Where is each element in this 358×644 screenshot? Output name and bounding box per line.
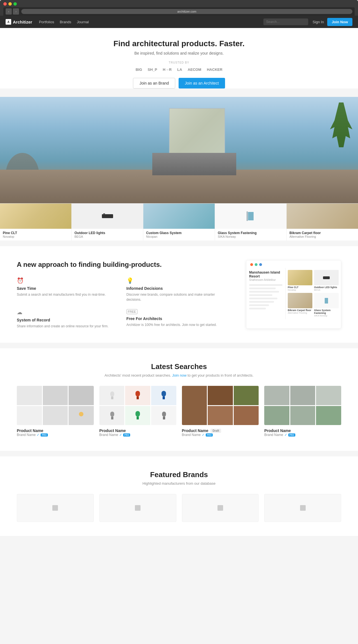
app-line xyxy=(249,294,272,296)
nav-link-journal[interactable]: Journal xyxy=(77,20,89,24)
search-card-2[interactable]: Product Name Draft Brand Name ✓ PRO xyxy=(182,386,259,437)
building-support xyxy=(152,153,236,175)
forward-button[interactable]: › xyxy=(13,8,19,15)
brand-card-0[interactable] xyxy=(17,494,94,522)
address-bar[interactable]: architizer.com xyxy=(21,9,352,14)
product-thumb-1[interactable]: Outdoor LED lights BEGA xyxy=(72,204,143,241)
search-img xyxy=(125,386,150,405)
app-thumb-img-3 xyxy=(314,293,339,308)
app-preview-content: Manshausen Island Resort Snøhessen Arkit… xyxy=(246,268,341,319)
product-thumb-name-0: Pine CLT xyxy=(3,231,69,235)
svg-rect-5 xyxy=(325,298,328,304)
features-grid: ⏰ Save Time Submit a search and let manu… xyxy=(17,277,229,329)
feature-name-1: Informed Decisions xyxy=(127,286,230,291)
brand-text-0: Brand Name xyxy=(17,433,36,437)
feature-free: FREE Free For Architects Architizer is 1… xyxy=(127,309,230,329)
nav-logo[interactable]: A Architizer xyxy=(6,19,32,25)
app-thumb-brand-3: SIKA Norway xyxy=(314,314,339,317)
feature-save-time: ⏰ Save Time Submit a search and let manu… xyxy=(17,277,120,302)
app-thumb-brand-1: BEGA xyxy=(314,289,339,291)
svg-rect-16 xyxy=(137,417,139,419)
brand-card-1[interactable] xyxy=(99,494,176,522)
logo-icon: A xyxy=(6,19,11,25)
svg-rect-17 xyxy=(162,412,166,417)
brand-text-1: Brand Name xyxy=(99,433,118,437)
signin-button[interactable]: Sign In xyxy=(313,20,324,24)
svg-rect-18 xyxy=(163,417,165,419)
join-now-link[interactable]: Join now xyxy=(172,373,186,377)
browser-chrome: ‹ › architizer.com xyxy=(0,0,358,16)
app-line xyxy=(249,288,276,289)
search-card-brand-2: Brand Name ✓ PRO xyxy=(182,433,259,437)
app-preview: Manshausen Island Resort Snøhessen Arkit… xyxy=(246,260,341,329)
search-card-images-2 xyxy=(182,386,259,425)
brand-logo-0 xyxy=(50,502,61,514)
svg-rect-2 xyxy=(248,212,254,220)
subtitle-text-before: Architects' most recent product searches… xyxy=(104,373,171,377)
bulb-icon: 💡 xyxy=(127,277,230,284)
search-img xyxy=(99,386,125,405)
app-line xyxy=(249,284,282,286)
svg-rect-1 xyxy=(103,213,105,214)
building-glass xyxy=(169,108,225,158)
hero-subtitle: Be inspired, find solutions and realize … xyxy=(6,51,352,55)
search-card-images-0 xyxy=(17,386,94,425)
brand-card-3[interactable] xyxy=(264,494,341,522)
svg-rect-0 xyxy=(102,214,113,218)
latest-searches-subtitle: Architects' most recent product searches… xyxy=(17,373,341,377)
svg-rect-10 xyxy=(137,396,139,399)
svg-rect-4 xyxy=(323,276,330,279)
search-card-0[interactable]: Product Name Brand Name ✓ PRO xyxy=(17,386,94,437)
brand-text-2: Brand Name xyxy=(182,433,201,437)
brand-logo-1 xyxy=(132,502,143,514)
building-shape xyxy=(152,108,242,175)
product-thumb-0[interactable]: Pine CLT Novatop xyxy=(0,204,72,241)
nav-link-brands[interactable]: Brands xyxy=(60,20,71,24)
search-img xyxy=(234,386,259,405)
search-img xyxy=(99,406,125,425)
search-img xyxy=(69,406,94,425)
back-button[interactable]: ‹ xyxy=(6,8,12,15)
features-left: A new approach to finding building-produ… xyxy=(17,260,229,329)
nav-links: Portfolios Brands Journal xyxy=(39,20,263,24)
dot-orange xyxy=(250,263,253,266)
nav-link-portfolios[interactable]: Portfolios xyxy=(39,20,54,24)
brand-card-2[interactable] xyxy=(182,494,259,522)
join-brand-button[interactable]: Join as an Brand xyxy=(133,78,175,88)
search-img xyxy=(43,406,68,425)
dot-green2 xyxy=(255,263,258,266)
app-thumb-brand-2: Alternative Flooring xyxy=(288,312,312,314)
product-thumb-4[interactable]: Bikram Carpet floor Alternative Flooring xyxy=(287,204,358,241)
product-thumb-3[interactable]: Glass System Fastening SIKA Norway xyxy=(215,204,287,241)
dot-green[interactable] xyxy=(13,2,17,6)
feature-informed: 💡 Informed Decisions Discover new brands… xyxy=(127,277,230,302)
app-thumb-2: Bikram Carpet floor Alternative Flooring xyxy=(288,293,312,317)
app-line xyxy=(249,301,274,303)
app-line xyxy=(249,291,279,293)
svg-rect-7 xyxy=(110,391,114,396)
brand-text-3: Brand Name xyxy=(264,433,283,437)
search-input[interactable] xyxy=(263,18,308,25)
product-thumb-2[interactable]: Custom Glass System Nicopan xyxy=(143,204,215,241)
search-card-3[interactable]: Product Name Brand Name ✓ PRO xyxy=(264,386,341,437)
search-img xyxy=(208,386,233,405)
pro-badge-3: PRO xyxy=(288,433,295,437)
search-card-images-3 xyxy=(264,386,341,425)
product-thumb-name-2: Custom Glass System xyxy=(146,231,212,235)
dot-red[interactable] xyxy=(3,2,7,6)
search-card-1[interactable]: Product Name Brand Name ✓ PRO xyxy=(99,386,176,437)
verified-icon-2: ✓ xyxy=(202,433,205,437)
feature-name-3: Free For Architects xyxy=(127,316,230,321)
brand-logo-3 xyxy=(297,502,308,514)
app-thumbs-grid: Pine CLT Novatop Outdoor LED lights BEGA… xyxy=(288,270,339,317)
cta-buttons: Join as an Brand Join as an Architect xyxy=(6,78,352,88)
join-architect-button[interactable]: Join as an Architect xyxy=(179,78,225,88)
search-img xyxy=(17,406,42,425)
app-preview-dots xyxy=(246,260,341,268)
trust-logo-shp: SH_P xyxy=(148,67,157,72)
app-line xyxy=(249,304,269,306)
dot-yellow[interactable] xyxy=(8,2,12,6)
search-img xyxy=(43,386,68,405)
joinnow-button[interactable]: Join Now xyxy=(327,18,352,26)
hero-section: Find architectural products. Faster. Be … xyxy=(0,28,358,88)
